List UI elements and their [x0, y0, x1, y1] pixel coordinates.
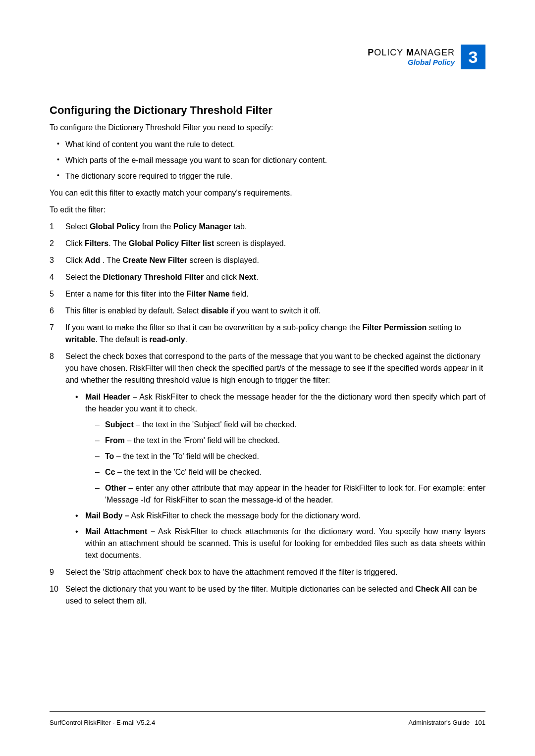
- step-item: Click Filters. The Global Policy Filter …: [50, 238, 485, 250]
- list-item: Other – enter any other attribute that m…: [85, 482, 485, 506]
- steps-list: Select Global Policy from the Policy Man…: [50, 221, 485, 607]
- header-title: POLICY MANAGER: [368, 48, 455, 58]
- section-title: Configuring the Dictionary Threshold Fil…: [50, 104, 485, 117]
- intro-bullet-list: What kind of content you want the rule t…: [50, 139, 485, 182]
- body-text: You can edit this filter to exactly matc…: [50, 187, 485, 199]
- list-item: Mail Attachment – Ask RiskFilter to chec…: [65, 526, 485, 561]
- page-header: POLICY MANAGER Global Policy 3: [50, 45, 485, 69]
- list-item: What kind of content you want the rule t…: [50, 139, 485, 151]
- list-item: The dictionary score required to trigger…: [50, 170, 485, 182]
- step-item: Click Add . The Create New Filter screen…: [50, 254, 485, 266]
- list-item: Cc – the text in the 'Cc' field will be …: [85, 466, 485, 478]
- list-item: Mail Body – Ask RiskFilter to check the …: [65, 510, 485, 522]
- page-footer: SurfControl RiskFilter - E-mail V5.2.4 A…: [50, 711, 485, 726]
- list-item: Mail Header – Ask RiskFilter to check th…: [65, 391, 485, 506]
- list-item: Which parts of the e-mail message you wa…: [50, 154, 485, 166]
- body-text: To edit the filter:: [50, 204, 485, 216]
- list-item: To – the text in the 'To' field will be …: [85, 451, 485, 462]
- page-number: 101: [475, 719, 485, 726]
- list-item: From – the text in the 'From' field will…: [85, 435, 485, 447]
- header-subtitle: Global Policy: [368, 58, 455, 66]
- step-item: Select the Dictionary Threshold Filter a…: [50, 271, 485, 283]
- footer-left: SurfControl RiskFilter - E-mail V5.2.4: [50, 719, 155, 726]
- dash-list: Subject – the text in the 'Subject' fiel…: [85, 419, 485, 506]
- intro-text: To configure the Dictionary Threshold Fi…: [50, 122, 485, 134]
- step-item: Select the 'Strip attachment' check box …: [50, 566, 485, 578]
- step-item: If you want to make the filter so that i…: [50, 322, 485, 346]
- list-item: Subject – the text in the 'Subject' fiel…: [85, 419, 485, 431]
- footer-right-label: Administrator's Guide: [408, 719, 470, 726]
- step-item: Select Global Policy from the Policy Man…: [50, 221, 485, 233]
- step-item: Select the check boxes that correspond t…: [50, 351, 485, 561]
- step-item: Select the dictionary that you want to b…: [50, 583, 485, 607]
- step-item: Enter a name for this filter into the Fi…: [50, 288, 485, 300]
- chapter-number-box: 3: [461, 45, 485, 69]
- step-item: This filter is enabled by default. Selec…: [50, 305, 485, 317]
- sub-bullet-list: Mail Header – Ask RiskFilter to check th…: [65, 391, 485, 561]
